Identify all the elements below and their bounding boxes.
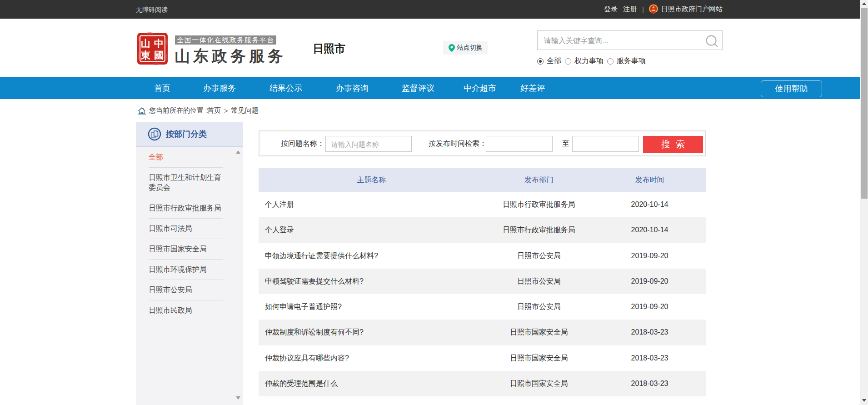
svg-text:山: 山 xyxy=(141,38,150,49)
svg-text:東: 東 xyxy=(140,50,151,61)
svg-text:中: 中 xyxy=(154,38,164,49)
svg-text:國: 國 xyxy=(154,50,164,61)
